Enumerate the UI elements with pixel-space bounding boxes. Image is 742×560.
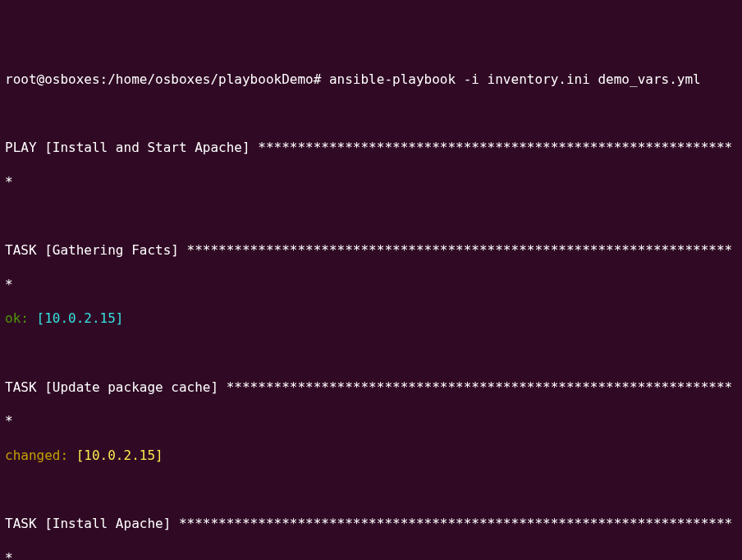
task-header-wrap: * [5, 413, 737, 430]
task-status: changed: [10.0.2.15] [5, 448, 737, 465]
command-text: ansible-playbook -i inventory.ini demo_v… [321, 71, 700, 87]
play-header: PLAY [Install and Start Apache] ********… [5, 140, 737, 157]
prompt-path: :/home/osboxes/playbookDemo# [100, 71, 322, 87]
task-header-wrap: * [5, 277, 737, 294]
status-host: [10.0.2.15] [76, 448, 163, 463]
blank-line [5, 106, 737, 123]
command-prompt-line: root@osboxes:/home/osboxes/playbookDemo#… [5, 71, 737, 89]
prompt-user-host: root@osboxes [5, 71, 100, 87]
task-header: TASK [Gathering Facts] *****************… [5, 242, 737, 259]
play-header-wrap: * [5, 174, 737, 191]
status-host: [10.0.2.15] [37, 310, 124, 326]
status-ok: ok: [5, 310, 37, 326]
task-header: TASK [Update package cache] ************… [5, 379, 737, 397]
status-changed: changed: [5, 448, 76, 463]
task-status: ok: [10.0.2.15] [5, 310, 737, 328]
blank-line [5, 209, 737, 226]
blank-line [5, 345, 737, 362]
blank-line [5, 481, 737, 498]
task-header: TASK [Install Apache] ******************… [5, 516, 737, 533]
task-header-wrap: * [5, 550, 737, 561]
terminal-window[interactable]: { "prompt": { "user_host": "root@osboxes… [0, 0, 742, 560]
